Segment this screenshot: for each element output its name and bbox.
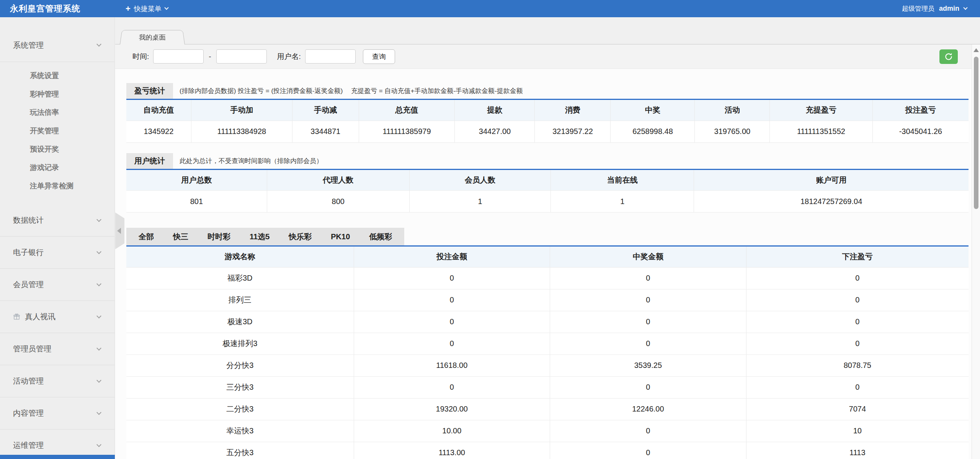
sidebar-subitem[interactable]: 彩种管理: [0, 85, 114, 103]
sidebar-section[interactable]: 内容管理: [0, 397, 114, 430]
table-row: 1345922111113384928334487111111138597934…: [126, 121, 969, 142]
sidebar-subitem[interactable]: 注单异常检测: [0, 177, 114, 195]
sidebar-subitem[interactable]: 预设开奖: [0, 140, 114, 158]
table-row: 二分快319320.0012246.007074: [126, 398, 969, 420]
table-cell: 0: [550, 333, 746, 354]
table-cell: 19320.00: [354, 398, 550, 420]
user-role: 超级管理员: [902, 4, 934, 13]
table-cell: 10: [746, 420, 969, 442]
sidebar-subitem[interactable]: 游戏记录: [0, 158, 114, 177]
username: admin: [939, 5, 959, 13]
time-to-input[interactable]: [216, 49, 267, 64]
table-header-cell: 手动加: [191, 100, 292, 121]
time-from-input[interactable]: [153, 49, 204, 64]
game-tab[interactable]: 11选5: [250, 232, 270, 242]
sidebar-section-label: 真人视讯: [25, 312, 97, 322]
sidebar-subitem[interactable]: 系统设置: [0, 67, 114, 85]
table-cell: 极速排列3: [126, 333, 354, 354]
table-cell: 二分快3: [126, 398, 354, 420]
table-header-cell: 总充值: [359, 100, 455, 121]
sidebar-section[interactable]: 管理员管理: [0, 333, 114, 365]
dashboard-content: 盈亏统计 (排除内部会员数据) 投注盈亏 = (投注消费金额-返奖金额) 充提盈…: [115, 69, 980, 459]
gift-icon: [13, 313, 20, 320]
sidebar-section[interactable]: 电子银行: [0, 237, 114, 269]
game-tab[interactable]: PK10: [331, 232, 350, 241]
table-cell: 10.00: [354, 420, 550, 442]
app-title: 永利皇宫管理系统: [10, 3, 80, 15]
table-header-cell: 账户可用: [694, 170, 969, 191]
chevron-down-icon: [96, 378, 101, 383]
top-bar: 永利皇宫管理系统 + 快捷菜单 超级管理员 admin: [0, 0, 980, 17]
game-tab[interactable]: 全部: [139, 232, 154, 242]
table-cell: 0: [746, 289, 969, 311]
table-cell: 五分快3: [126, 442, 354, 459]
sidebar-section[interactable]: 活动管理: [0, 365, 114, 397]
table-header-cell: 中奖: [611, 100, 695, 121]
sidebar-subitem[interactable]: 玩法倍率: [0, 103, 114, 122]
chevron-down-icon: [963, 5, 967, 10]
chevron-down-icon: [96, 442, 101, 447]
sidebar-collapse-handle[interactable]: [115, 212, 124, 249]
profit-section-header: 盈亏统计 (排除内部会员数据) 投注盈亏 = (投注消费金额-返奖金额) 充提盈…: [126, 83, 980, 99]
tab-bar: 我的桌面: [115, 17, 980, 44]
scrollbar-thumb[interactable]: [974, 57, 978, 209]
table-header-row: 游戏名称投注金额中奖金额下注盈亏: [126, 247, 969, 267]
username-label: 用户名:: [277, 52, 301, 62]
chevron-down-icon: [96, 410, 101, 415]
tab-my-desktop[interactable]: 我的桌面: [120, 30, 185, 44]
table-cell: 801: [126, 191, 267, 212]
table-cell: 111111385979: [359, 121, 455, 142]
table-cell: 0: [746, 267, 969, 289]
plus-icon: +: [126, 5, 131, 13]
sidebar-subitem[interactable]: 开奖管理: [0, 122, 114, 140]
user-menu[interactable]: 超级管理员 admin: [902, 4, 967, 13]
query-button[interactable]: 查询: [363, 49, 395, 64]
vertical-scrollbar[interactable]: [972, 44, 980, 459]
search-bar: 时间: - 用户名: 查询: [115, 44, 980, 69]
sidebar-section[interactable]: 系统管理: [0, 17, 114, 62]
table-header-cell: 当前在线: [551, 170, 694, 191]
game-tab[interactable]: 时时彩: [207, 232, 230, 242]
sidebar-submenu: 系统设置彩种管理玩法倍率开奖管理预设开奖游戏记录注单异常检测: [0, 62, 114, 204]
table-header-cell: 下注盈亏: [746, 247, 969, 267]
table-row: 80180011181247257269.04: [126, 191, 969, 212]
table-row: 排列三000: [126, 289, 969, 311]
table-cell: 3213957.22: [535, 121, 611, 142]
table-header-cell: 游戏名称: [126, 247, 354, 267]
user-stats-table: 用户总数代理人数会员人数当前在线账户可用80180011181247257269…: [126, 170, 969, 213]
chevron-down-icon: [96, 346, 101, 351]
sidebar-section-label: 内容管理: [13, 408, 97, 418]
table-header-cell: 手动减: [292, 100, 359, 121]
table-cell: 319765.00: [695, 121, 770, 142]
refresh-button[interactable]: [939, 49, 958, 64]
range-separator: -: [209, 52, 211, 61]
table-cell: 8078.75: [746, 354, 969, 376]
profit-section-note: (排除内部会员数据) 投注盈亏 = (投注消费金额-返奖金额) 充提盈亏 = 自…: [180, 87, 523, 95]
table-cell: 1345922: [126, 121, 191, 142]
table-cell: 0: [550, 376, 746, 398]
sidebar-section[interactable]: 数据统计: [0, 204, 114, 237]
table-cell: 分分快3: [126, 354, 354, 376]
username-input[interactable]: [305, 49, 356, 64]
game-tab[interactable]: 快三: [173, 232, 188, 242]
table-cell: -3045041.26: [872, 121, 969, 142]
scroll-up-arrow-icon[interactable]: [973, 48, 979, 52]
sidebar-section-label: 运维管理: [13, 440, 97, 451]
table-row: 分分快311618.003539.258078.75: [126, 354, 969, 376]
sidebar-section[interactable]: 会员管理: [0, 269, 114, 301]
chevron-down-icon: [164, 5, 168, 10]
table-cell: 1: [551, 191, 694, 212]
game-tab[interactable]: 快乐彩: [289, 232, 312, 242]
quick-menu-label: 快捷菜单: [134, 4, 162, 13]
table-header-cell: 代理人数: [267, 170, 409, 191]
sidebar-section-label: 系统管理: [13, 40, 97, 51]
sidebar-section[interactable]: 真人视讯: [0, 301, 114, 333]
users-section-title: 用户统计: [126, 153, 173, 169]
profit-section-title: 盈亏统计: [126, 83, 173, 99]
table-header-row: 用户总数代理人数会员人数当前在线账户可用: [126, 170, 969, 191]
table-header-cell: 投注盈亏: [872, 100, 969, 121]
game-tab[interactable]: 低频彩: [369, 232, 392, 242]
table-row: 极速3D000: [126, 311, 969, 333]
quick-menu-button[interactable]: + 快捷菜单: [126, 4, 168, 13]
table-cell: 0: [354, 311, 550, 333]
